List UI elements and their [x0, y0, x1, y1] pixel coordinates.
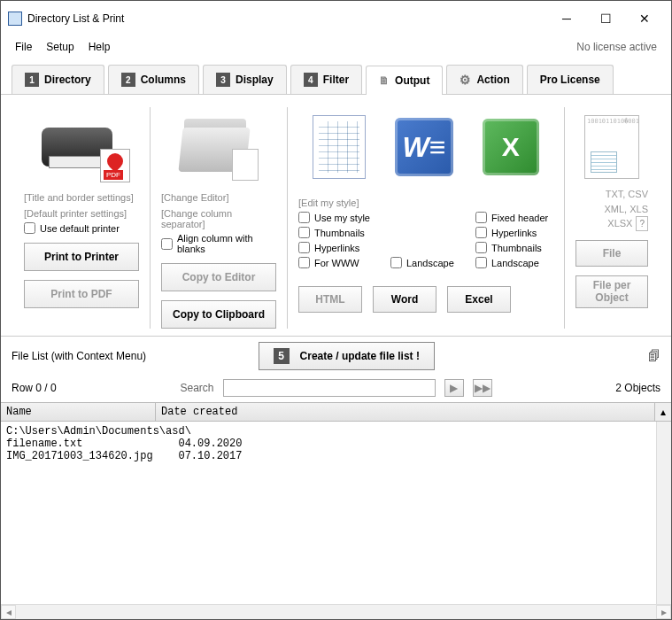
thumbnails-checkbox[interactable]: Thumbnails — [298, 227, 380, 238]
create-update-button[interactable]: 5 Create / update file list ! — [259, 342, 435, 370]
tab-directory[interactable]: 1 Directory — [12, 65, 104, 94]
maximize-button[interactable]: ☐ — [586, 6, 625, 31]
checkbox[interactable] — [298, 227, 310, 238]
gear-icon: ⚙ — [460, 73, 471, 87]
tree-view-icon[interactable]: 🗐 — [648, 349, 660, 363]
scroll-up-button[interactable]: ▴ — [655, 403, 671, 421]
hyperlinks-checkbox[interactable]: Hyperlinks — [298, 242, 380, 253]
checkbox[interactable] — [298, 212, 310, 223]
tab-pro-license[interactable]: Pro License — [527, 65, 614, 94]
help-icon[interactable]: ? — [636, 216, 648, 231]
horizontal-scrollbar[interactable]: ◂ ▸ — [1, 604, 671, 619]
checkbox-label: Align column with blanks — [177, 233, 276, 254]
checkbox[interactable] — [475, 212, 487, 223]
xml-xls-label: XML, XLS — [604, 202, 648, 217]
default-printer-link[interactable]: [Default printer settings] — [24, 208, 127, 219]
copy-to-editor-button[interactable]: Copy to Editor — [161, 263, 276, 291]
tab-columns[interactable]: 2 Columns — [108, 65, 199, 94]
landscape-word-checkbox[interactable]: Landscape — [390, 257, 465, 268]
edit-style-link[interactable]: [Edit my style] — [298, 198, 380, 208]
tab-number: 4 — [304, 73, 318, 87]
export-section: W≡ X [Edit my style] Use my style Thumbn… — [288, 107, 565, 329]
path-row: C:\Users\Admin\Documents\asd\ — [6, 425, 666, 438]
tab-label: Display — [236, 74, 274, 86]
binary-file-icon — [575, 107, 648, 187]
checkbox[interactable] — [390, 257, 402, 268]
xlsx-label: XLSX — [607, 218, 632, 229]
file-row[interactable]: filename.txt 04.09.2020 — [6, 438, 666, 450]
checkbox[interactable] — [475, 227, 487, 238]
clipboard-section: [Change Editor] [Change column separator… — [151, 107, 288, 329]
checkbox[interactable] — [475, 257, 487, 268]
menubar: File Setup Help No license active — [1, 36, 671, 58]
output-panel: [Title and border settings] [Default pri… — [1, 95, 671, 337]
print-to-pdf-button[interactable]: Print to PDF — [24, 280, 139, 308]
file-button[interactable]: File — [575, 240, 648, 267]
status-bar: Row 0 / 0 Search ▶ ▶▶ 2 Objects — [1, 376, 671, 402]
export-icons: W≡ X — [298, 107, 553, 187]
search-next-button[interactable]: ▶ — [444, 379, 464, 397]
printer-icon — [24, 107, 139, 187]
html-button[interactable]: HTML — [298, 286, 362, 313]
folder-icon — [161, 107, 276, 187]
word-icon: W≡ — [395, 118, 453, 176]
align-blanks-checkbox[interactable]: Align column with blanks — [161, 233, 276, 254]
print-to-printer-button[interactable]: Print to Printer — [24, 243, 139, 271]
title-settings-link[interactable]: [Title and border settings] — [24, 192, 134, 203]
button-label: Create / update file list ! — [300, 350, 420, 362]
change-editor-link[interactable]: [Change Editor] — [161, 192, 228, 203]
close-button[interactable]: ✕ — [625, 6, 664, 31]
txt-csv-label: TXT, CSV — [604, 187, 648, 202]
excel-hyperlinks-checkbox[interactable]: Hyperlinks — [475, 227, 553, 238]
document-icon: 🗎 — [379, 74, 390, 87]
object-count: 2 Objects — [615, 382, 660, 394]
tab-label: Filter — [323, 74, 349, 86]
file-per-object-button[interactable]: File per Object — [575, 275, 648, 308]
scroll-left-button[interactable]: ◂ — [1, 605, 16, 619]
row-counter: Row 0 / 0 — [12, 382, 57, 394]
tab-bar: 1 Directory 2 Columns 3 Display 4 Filter… — [1, 58, 671, 95]
license-status: No license active — [576, 41, 664, 53]
menu-help[interactable]: Help — [81, 38, 118, 56]
landscape-excel-checkbox[interactable]: Landscape — [475, 257, 553, 268]
list-header: Name Date created ▴ — [1, 402, 671, 422]
file-row[interactable]: IMG_20171003_134620.jpg 07.10.2017 — [6, 450, 666, 462]
midbar: File List (with Context Menu) 5 Create /… — [1, 337, 671, 376]
minimize-button[interactable]: ─ — [547, 6, 586, 31]
excel-button[interactable]: Excel — [447, 286, 511, 313]
excel-icon: X — [483, 119, 539, 175]
file-list-label: File List (with Context Menu) — [12, 350, 146, 362]
search-label: Search — [180, 382, 213, 394]
use-my-style-checkbox[interactable]: Use my style — [298, 212, 380, 223]
menu-file[interactable]: File — [8, 38, 39, 56]
tab-action[interactable]: ⚙ Action — [446, 65, 522, 94]
search-last-button[interactable]: ▶▶ — [473, 379, 492, 397]
tab-filter[interactable]: 4 Filter — [290, 65, 362, 94]
tab-display[interactable]: 3 Display — [203, 65, 287, 94]
use-default-printer-checkbox[interactable]: Use default printer — [24, 222, 120, 234]
checkbox[interactable] — [161, 238, 173, 250]
word-button[interactable]: Word — [373, 286, 436, 313]
excel-thumbnails-checkbox[interactable]: Thumbnails — [475, 242, 553, 253]
tab-label: Columns — [141, 74, 186, 86]
vertical-scrollbar[interactable] — [656, 422, 671, 604]
copy-to-clipboard-button[interactable]: Copy to Clipboard — [161, 300, 276, 329]
checkbox[interactable] — [24, 222, 35, 234]
file-list[interactable]: C:\Users\Admin\Documents\asd\ filename.t… — [1, 422, 671, 604]
column-name[interactable]: Name — [1, 403, 156, 421]
menu-setup[interactable]: Setup — [39, 38, 81, 56]
scroll-right-button[interactable]: ▸ — [656, 605, 671, 619]
search-input[interactable] — [223, 379, 436, 397]
file-section: TXT, CSV XML, XLS XLSX? File File per Ob… — [565, 107, 659, 329]
for-www-checkbox[interactable]: For WWW — [298, 257, 380, 268]
change-separator-link[interactable]: [Change column separator] — [161, 208, 276, 229]
tab-output[interactable]: 🗎 Output — [366, 66, 443, 95]
checkbox[interactable] — [298, 242, 310, 253]
column-date[interactable]: Date created — [156, 403, 655, 421]
tab-label: Directory — [44, 74, 91, 86]
checkbox[interactable] — [298, 257, 310, 268]
fixed-header-checkbox[interactable]: Fixed header — [475, 212, 553, 223]
tab-number: 1 — [25, 73, 39, 87]
print-section: [Title and border settings] [Default pri… — [13, 107, 151, 329]
checkbox[interactable] — [475, 242, 487, 253]
